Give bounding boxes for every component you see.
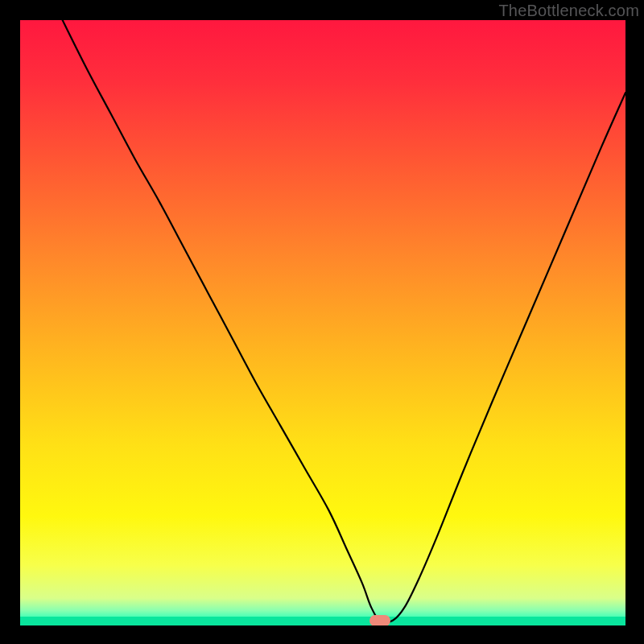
bottleneck-curve [20,20,625,625]
plot-area [20,20,625,625]
chart-frame: TheBottleneck.com [0,0,644,644]
watermark-text: TheBottleneck.com [498,2,639,20]
optimum-marker [369,615,390,625]
